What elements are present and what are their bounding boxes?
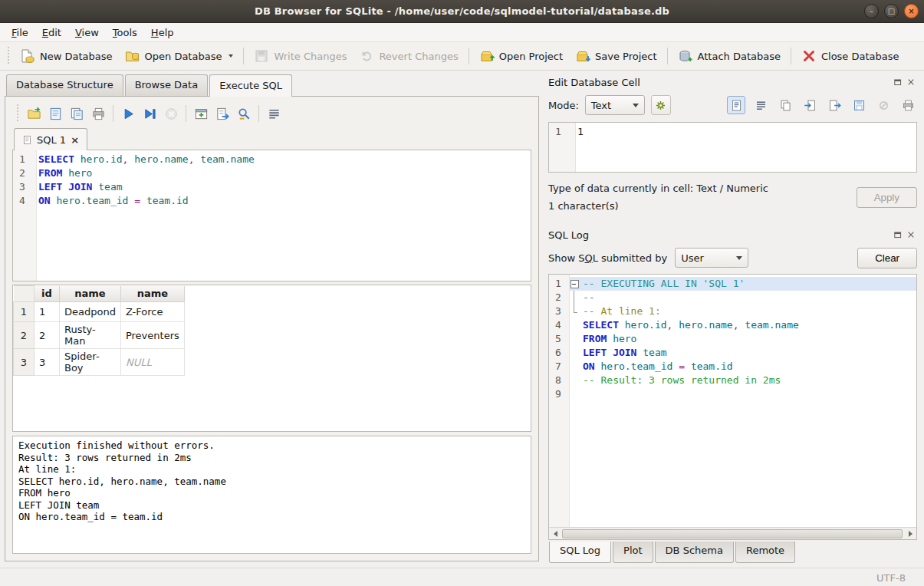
set-null-icon	[877, 99, 890, 112]
export-button[interactable]	[825, 96, 843, 114]
token: SELECT	[583, 319, 619, 331]
line-number: 2	[549, 291, 569, 305]
sql-tab[interactable]: SQL 1 ×	[14, 128, 87, 150]
column-header-name[interactable]: name	[120, 286, 184, 302]
menu-tools[interactable]: Tools	[106, 25, 144, 41]
dock-float-icon[interactable]	[893, 77, 903, 87]
dock-area: Edit Database Cell Mode: Text 1 1 Type	[541, 71, 924, 568]
column-header-id[interactable]: id	[35, 286, 60, 302]
column-header-name[interactable]: name	[60, 286, 121, 302]
table-cell[interactable]: Rusty-Man	[60, 322, 121, 349]
text-document-button[interactable]	[727, 96, 745, 114]
close-icon[interactable]: ×	[904, 4, 919, 18]
maximize-icon[interactable]: □	[884, 4, 899, 18]
attach-database-button[interactable]: Attach Database	[672, 45, 787, 67]
code-text: ON hero.team_id = team.id	[36, 194, 189, 208]
dock-tab-db-schema[interactable]: DB Schema	[655, 542, 734, 563]
token: FROM	[38, 167, 62, 179]
clear-log-button[interactable]: Clear	[857, 248, 917, 268]
open-project-button[interactable]: Open Project	[473, 45, 569, 67]
cell-type-info: Type of data currently in cell: Text / N…	[548, 179, 857, 197]
line-number: 8	[549, 374, 569, 387]
toolbar-separator	[791, 48, 791, 64]
tab-browse-data[interactable]: Browse Data	[125, 74, 209, 96]
export-sql-button[interactable]	[212, 104, 233, 123]
horizontal-scrollbar[interactable]	[549, 527, 916, 539]
dock-tab-remote[interactable]: Remote	[735, 542, 795, 563]
dock-tab-plot[interactable]: Plot	[613, 542, 653, 563]
text-document-icon	[730, 99, 743, 112]
copy-button[interactable]	[776, 96, 794, 114]
apply-button[interactable]: Apply	[857, 187, 917, 208]
menu-file[interactable]: File	[5, 25, 35, 41]
cell-line-number: 1	[549, 125, 575, 139]
menu-help[interactable]: Help	[144, 25, 181, 41]
word-wrap-button[interactable]	[751, 96, 770, 114]
scrollbar-thumb[interactable]	[562, 529, 903, 538]
table-cell[interactable]: Z-Force	[120, 302, 184, 322]
toolbar-separator	[113, 105, 113, 122]
new-database-button[interactable]: New Database	[14, 45, 119, 67]
fold-marker-icon[interactable]	[569, 277, 580, 291]
table-cell[interactable]: 3	[35, 349, 60, 376]
execute-line-button[interactable]	[139, 104, 160, 123]
fold-gutter	[569, 332, 580, 346]
toolbar-handle[interactable]	[5, 47, 12, 65]
print-button[interactable]	[87, 104, 109, 123]
code-text: -- Result: 3 rows returned in 2ms	[580, 374, 781, 387]
open-sql-file-button[interactable]	[23, 104, 44, 123]
save-as-button[interactable]	[850, 96, 868, 114]
sql-editor[interactable]: 1SELECT hero.id, hero.name, team.name2FR…	[12, 150, 531, 281]
close-database-button[interactable]: Close Database	[795, 45, 906, 67]
dock-close-icon[interactable]	[906, 230, 916, 239]
menu-edit[interactable]: Edit	[35, 25, 68, 41]
table-cell[interactable]: Deadpond	[60, 302, 121, 322]
table-cell[interactable]: 2	[35, 322, 60, 349]
scroll-left-icon[interactable]	[549, 528, 561, 539]
word-wrap-button[interactable]	[263, 104, 284, 123]
row-number[interactable]: 1	[14, 302, 35, 322]
open-database-button[interactable]: Open Database	[119, 45, 240, 67]
dock-float-icon[interactable]	[893, 230, 903, 239]
auto-mode-icon[interactable]	[651, 95, 671, 115]
table-cell[interactable]: NULL	[120, 349, 184, 376]
log-filter-select[interactable]: User	[675, 248, 748, 268]
execute-line-icon	[143, 107, 157, 121]
execute-all-button[interactable]	[117, 104, 139, 123]
row-number[interactable]: 2	[14, 322, 35, 349]
import-button[interactable]	[801, 96, 819, 114]
code-line: 3-- At line 1:	[549, 305, 916, 318]
token: FROM	[583, 333, 607, 344]
edit-cell-dock-title: Edit Database Cell	[548, 73, 917, 91]
table-cell[interactable]: Spider-Boy	[60, 349, 121, 376]
menu-view[interactable]: View	[68, 25, 106, 41]
save-sql-file-button[interactable]	[44, 104, 66, 123]
cell-editor[interactable]: 1 1	[548, 122, 917, 173]
table-cell[interactable]: Preventers	[120, 322, 184, 349]
cell-value: 1	[575, 125, 584, 139]
open-new-tab-button[interactable]	[190, 104, 212, 123]
save-project-button[interactable]: Save Project	[569, 45, 663, 67]
close-database-label: Close Database	[821, 51, 899, 62]
print-button[interactable]	[899, 96, 917, 114]
menu-bar: FileEditViewToolsHelp	[0, 23, 924, 42]
dock-close-icon[interactable]	[906, 77, 916, 87]
stop-button	[160, 104, 182, 123]
dock-tab-sql-log[interactable]: SQL Log	[549, 542, 611, 563]
tab-close-icon[interactable]: ×	[71, 136, 79, 145]
tab-execute-sql[interactable]: Execute SQL	[209, 74, 292, 97]
tab-database-structure[interactable]: Database Structure	[6, 74, 123, 96]
sql-log-lines[interactable]: 1-- EXECUTING ALL IN 'SQL 1'2--3-- At li…	[549, 275, 916, 527]
minimize-icon[interactable]: –	[864, 4, 879, 18]
save-sql-as-button[interactable]	[66, 104, 87, 123]
find-replace-button[interactable]	[233, 104, 255, 123]
main-toolbar: New DatabaseOpen DatabaseWrite ChangesRe…	[0, 42, 924, 71]
open-project-icon	[479, 48, 495, 64]
token	[62, 167, 68, 179]
scroll-right-icon[interactable]	[904, 528, 916, 539]
toolbar-handle[interactable]	[15, 104, 21, 123]
table-cell[interactable]: 1	[35, 302, 60, 322]
row-number[interactable]: 3	[14, 349, 35, 376]
mode-select[interactable]: Text	[585, 95, 645, 115]
token: hero	[68, 167, 92, 179]
